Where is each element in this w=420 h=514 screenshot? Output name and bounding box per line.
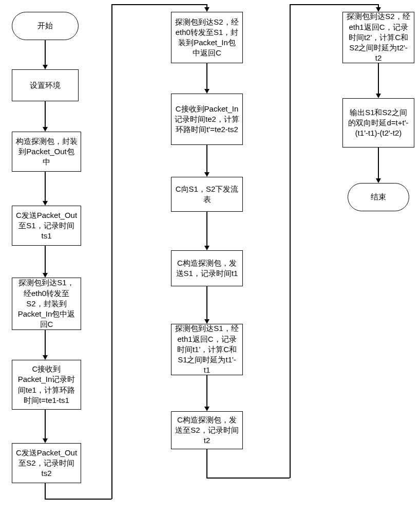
step-construct-probe-text: 构造探测包，封装到Packet_Out包中 xyxy=(15,136,78,168)
arrow-head-icon xyxy=(376,94,381,98)
arrow-line xyxy=(45,499,111,500)
step-output-delay-text: 输出S1和S2之间的双向时延d=t+t'-(t1'-t1)-(t2'-t2) xyxy=(346,107,411,139)
arrow-line xyxy=(111,4,112,499)
start-text: 开始 xyxy=(37,21,53,31)
arrow-line xyxy=(206,63,207,89)
step-set-env: 设置环境 xyxy=(12,69,79,101)
step-send-flow-table-text: C向S1，S2下发流表 xyxy=(175,184,239,205)
arrow-head-icon xyxy=(43,355,48,360)
arrow-line xyxy=(206,375,207,407)
start-terminator: 开始 xyxy=(12,12,79,40)
step-probe-s1-text: 探测包到达S1，经eth0转发至S2，封装到Packet_In包中返回C xyxy=(15,278,78,329)
step-recv-packetin-te2: C接收到Packet_In记录时间te2，计算环路时间t'=te2-ts2 xyxy=(171,94,243,145)
step-probe-s2-return: 探测包到达S2，经eth1返回C，记录时间t2'，计算C和S2之间时延为t2'-… xyxy=(342,12,414,63)
arrow-line xyxy=(290,4,291,478)
arrow-head-icon xyxy=(204,246,209,250)
arrow-line xyxy=(45,483,46,499)
arrow-line xyxy=(206,145,207,173)
arrow-line xyxy=(45,410,46,439)
step-construct-probe-t1-text: C构造探测包，发送S1，记录时间t1 xyxy=(175,258,239,279)
step-output-delay: 输出S1和S2之间的双向时延d=t+t'-(t1'-t1)-(t2'-t2) xyxy=(342,98,414,148)
step-send-packetout-s2: C发送Packet_Out至S2，记录时间ts2 xyxy=(12,443,81,483)
step-probe-s2-return-text: 探测包到达S2，经eth1返回C，记录时间t2'，计算C和S2之间时延为t2'-… xyxy=(346,11,411,63)
arrow-line xyxy=(206,478,290,479)
arrow-head-icon xyxy=(43,201,48,206)
step-recv-packetin-te2-text: C接收到Packet_In记录时间te2，计算环路时间t'=te2-ts2 xyxy=(175,104,239,135)
arrow-line xyxy=(45,101,46,127)
step-send-packetout-s1-text: C发送Packet_Out至S1，记录时间ts1 xyxy=(15,210,78,242)
arrow-line xyxy=(45,172,46,201)
step-construct-probe: 构造探测包，封装到Packet_Out包中 xyxy=(12,132,81,172)
arrow-line xyxy=(111,4,207,5)
arrow-line xyxy=(378,148,379,179)
arrow-line xyxy=(290,4,378,5)
step-send-packetout-s1: C发送Packet_Out至S1，记录时间ts1 xyxy=(12,206,81,246)
step-probe-s1-forward: 探测包到达S1，经eth0转发至S2，封装到Packet_In包中返回C xyxy=(12,278,81,330)
arrow-head-icon xyxy=(376,7,381,12)
end-terminator: 结束 xyxy=(348,183,409,211)
arrow-line xyxy=(206,449,207,478)
arrow-head-icon xyxy=(43,65,48,69)
end-text: 结束 xyxy=(371,192,386,202)
arrow-line xyxy=(45,246,46,273)
step-set-env-text: 设置环境 xyxy=(30,80,61,90)
arrow-line xyxy=(378,63,379,94)
step-send-flow-table: C向S1，S2下发流表 xyxy=(171,177,243,212)
arrow-head-icon xyxy=(204,7,209,12)
step-probe-s1-return: 探测包到达S1，经eth1返回C，记录时间t1'，计算C和S1之间时延为t1'-… xyxy=(171,324,243,375)
arrow-head-icon xyxy=(204,319,209,324)
arrow-head-icon xyxy=(204,89,209,94)
step-construct-probe-t2-text: C构造探测包，发送至S2，记录时间t2 xyxy=(175,415,239,446)
arrow-line xyxy=(206,286,207,320)
arrow-head-icon xyxy=(43,438,48,443)
arrow-line xyxy=(45,330,46,356)
arrow-head-icon xyxy=(43,127,48,132)
step-send-packetout-s2-text: C发送Packet_Out至S2，记录时间ts2 xyxy=(15,448,78,479)
step-construct-probe-t2: C构造探测包，发送至S2，记录时间t2 xyxy=(171,411,243,449)
step-recv-packetin-te1-text: C接收到Packet_In记录时间te1，计算环路时间t=te1-ts1 xyxy=(15,364,78,406)
arrow-line xyxy=(206,212,207,246)
step-probe-s2-forward: 探测包到达S2，经eth0转发至S1，封装到Packet_In包中返回C xyxy=(171,12,243,63)
arrow-head-icon xyxy=(43,273,48,278)
arrow-head-icon xyxy=(204,172,209,177)
arrow-head-icon xyxy=(204,407,209,411)
arrow-line xyxy=(45,40,46,65)
step-construct-probe-t1: C构造探测包，发送S1，记录时间t1 xyxy=(171,250,243,286)
step-probe-s2-text: 探测包到达S2，经eth0转发至S1，封装到Packet_In包中返回C xyxy=(175,17,239,59)
arrow-head-icon xyxy=(376,178,381,183)
step-recv-packetin-te1: C接收到Packet_In记录时间te1，计算环路时间t=te1-ts1 xyxy=(12,360,81,410)
step-probe-s1-return-text: 探测包到达S1，经eth1返回C，记录时间t1'，计算C和S1之间时延为t1'-… xyxy=(175,323,239,375)
